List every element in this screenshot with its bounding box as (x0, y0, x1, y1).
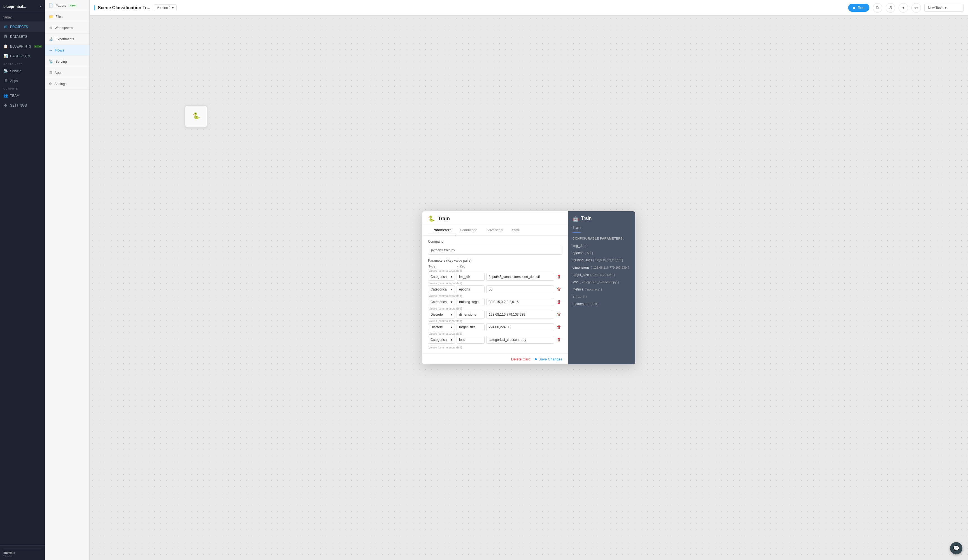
sidebar2-item-workspaces[interactable]: 🖥 Workspaces (45, 22, 90, 33)
sidebar-back-button[interactable]: ‹ (40, 4, 41, 9)
save-changes-button[interactable]: ● Save Changes (534, 357, 562, 362)
param-val-input-3[interactable] (486, 311, 554, 319)
col-key-label: Key (460, 265, 488, 268)
param-inputs-4: Discrete ▾ 🗑 (428, 323, 562, 331)
sidebar-item-apps[interactable]: 🖥 Apps (0, 76, 45, 86)
tab-parameters[interactable]: Parameters (428, 225, 456, 235)
version-selector[interactable]: Version 1 ▾ (154, 5, 177, 11)
sidebar-item-projects[interactable]: ⊞ PROJECTS (0, 22, 45, 31)
new-badge: NEW (68, 4, 77, 7)
sidebar-item-label: DASHBOARD (10, 54, 31, 58)
right-param-name-8: momentum (572, 302, 589, 306)
col-dot: · (457, 265, 458, 268)
right-param-lr: lr { '1e-4' } (572, 294, 631, 299)
param-key-input-5[interactable] (457, 336, 484, 344)
sidebar-item-label: SETTINGS (10, 104, 27, 107)
tab-conditions[interactable]: Conditions (456, 225, 482, 235)
sidebar-item-dashboard[interactable]: 📊 DASHBOARD (0, 51, 45, 61)
modal-footer: Delete Card ● Save Changes (423, 354, 568, 364)
footer-version: v4.7.43 (3, 554, 41, 557)
sidebar2-item-files[interactable]: 📁 Files (45, 11, 90, 22)
param-type-select-1[interactable]: Categorical ▾ (428, 286, 455, 293)
sidebar-item-label: TEAM (10, 94, 19, 97)
param-key-input-1[interactable] (457, 286, 484, 293)
chevron-icon-1: ▾ (451, 287, 453, 291)
team-icon: 👥 (3, 94, 8, 97)
right-param-loss: loss { 'categorical_crossentropy' } (572, 279, 631, 284)
compute-section-label: COMPUTE (0, 86, 45, 91)
param-type-select-2[interactable]: Categorical ▾ (428, 298, 455, 306)
run-button[interactable]: ▶ Run (848, 3, 869, 12)
sidebar2-item-serving2[interactable]: 📡 Serving (45, 56, 90, 67)
play-icon: ▶ (853, 6, 856, 10)
sidebar-item-datasets[interactable]: 🗄 DATASETS (0, 31, 45, 41)
task-selector[interactable]: New Task ▾ (924, 4, 963, 12)
tab-advanced[interactable]: Advanced (482, 225, 507, 235)
param-key-input-3[interactable] (457, 311, 484, 319)
param-delete-5[interactable]: 🗑 (556, 336, 562, 344)
sidebar-item-serving[interactable]: 📡 Serving (0, 66, 45, 76)
run-label: Run (858, 6, 864, 10)
right-param-val-7: { '1e-4' } (575, 295, 587, 298)
param-val-input-1[interactable] (486, 286, 554, 293)
command-label: Command (428, 240, 562, 243)
param-val-input-2[interactable] (486, 298, 554, 306)
sidebar2-item-papers[interactable]: 📄 Papers NEW (45, 0, 90, 11)
tab-yaml[interactable]: Yaml (507, 225, 524, 235)
sidebar2-item-settings2[interactable]: ⚙ Settings (45, 78, 90, 89)
experiments-icon: 🔬 (49, 37, 53, 41)
clock-button[interactable]: ⏱ (886, 3, 895, 13)
task-chevron-icon: ▾ (945, 6, 946, 10)
param-val-input-5[interactable] (486, 336, 554, 344)
sidebar2-item-apps2[interactable]: 🖥 Apps (45, 67, 90, 78)
col-type-label: Type (429, 265, 456, 268)
values-label-2: Values (comma separated) (428, 294, 562, 297)
param-val-input-0[interactable] (486, 273, 554, 281)
code-button[interactable]: </> (912, 3, 921, 13)
right-param-val-2: { '30,0.15,0.2,2.0,15' } (593, 259, 623, 262)
param-type-select-3[interactable]: Discrete ▾ (428, 311, 455, 319)
param-val-input-4[interactable] (486, 323, 554, 331)
right-param-img_dir: img_dir { } (572, 243, 631, 248)
sidebar2-item-experiments[interactable]: 🔬 Experiments (45, 33, 90, 45)
save-label: Save Changes (539, 357, 562, 361)
params-label: Parameters (Key value pairs) (428, 259, 562, 263)
command-input[interactable] (428, 246, 562, 255)
param-key-input-2[interactable] (457, 298, 484, 306)
param-type-select-4[interactable]: Discrete ▾ (428, 323, 455, 331)
delete-card-button[interactable]: Delete Card (511, 357, 530, 361)
chevron-down-icon: ▾ (172, 6, 174, 10)
right-param-val-1: { '50' } (585, 251, 593, 255)
right-param-metrics: metrics { 'accuracy' } (572, 287, 631, 292)
sidebar-item-team[interactable]: 👥 TEAM (0, 91, 45, 101)
chat-icon: 💬 (953, 545, 959, 551)
blueprints-icon: 📋 (3, 44, 8, 48)
sidebar-item-label: Apps (10, 79, 18, 83)
chat-button[interactable]: 💬 (950, 542, 962, 554)
param-delete-0[interactable]: 🗑 (556, 273, 562, 281)
wand-button[interactable]: ✦ (898, 3, 908, 13)
copy-button[interactable]: ⧉ (873, 3, 882, 13)
param-delete-3[interactable]: 🗑 (556, 311, 562, 318)
param-type-select-0[interactable]: Categorical ▾ (428, 273, 455, 281)
canvas-area[interactable]: 🐍 🐍 Train Parameters Conditions Advanced… (90, 16, 968, 560)
param-delete-4[interactable]: 🗑 (556, 324, 562, 331)
apps-icon: 🖥 (3, 79, 8, 83)
param-delete-1[interactable]: 🗑 (556, 286, 562, 293)
param-key-input-0[interactable] (457, 273, 484, 281)
param-delete-2[interactable]: 🗑 (556, 298, 562, 306)
sidebar2-item-flows[interactable]: ↔ Flows (45, 45, 90, 56)
task-label: New Task (928, 6, 943, 10)
values-label-5: Values (comma separated) (428, 332, 562, 335)
right-param-name-0: img_dir (572, 244, 583, 248)
apps2-label: Apps (55, 71, 62, 75)
experiments-label: Experiments (55, 37, 74, 41)
right-param-name-5: loss (572, 280, 578, 284)
param-key-input-4[interactable] (457, 323, 484, 331)
apps2-icon: 🖥 (49, 71, 52, 75)
param-inputs-1: Categorical ▾ 🗑 (428, 286, 562, 293)
chevron-icon-4: ▾ (451, 325, 453, 329)
sidebar-item-blueprints[interactable]: 📋 BLUEPRINTS BETA (0, 41, 45, 51)
param-type-select-5[interactable]: Categorical ▾ (428, 336, 455, 344)
sidebar-item-settings[interactable]: ⚙ SETTINGS (0, 101, 45, 110)
